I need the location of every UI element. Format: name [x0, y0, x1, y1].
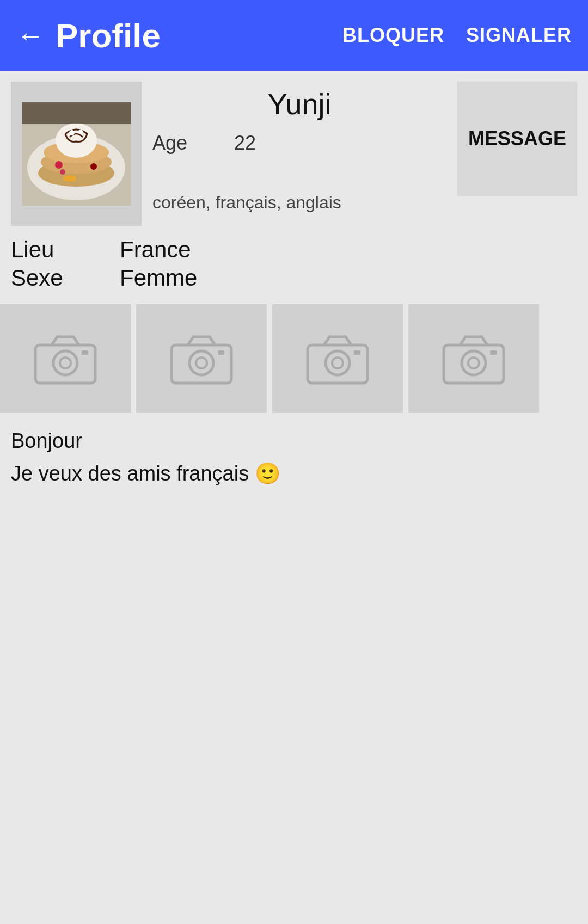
- age-row: Age 22: [152, 132, 446, 155]
- gender-value: Femme: [120, 265, 197, 291]
- svg-point-26: [462, 351, 486, 375]
- svg-point-23: [332, 358, 343, 368]
- page-title: Profile: [56, 16, 321, 55]
- languages: coréen, français, anglais: [152, 193, 446, 213]
- location-row: Lieu France: [11, 237, 577, 263]
- svg-point-8: [60, 169, 65, 175]
- profile-info: Yunji Age 22 coréen, français, anglais: [142, 82, 457, 226]
- svg-rect-28: [490, 350, 497, 355]
- photo-slot-2[interactable]: [136, 304, 267, 413]
- svg-point-10: [69, 130, 75, 135]
- info-rows: Lieu France Sexe Femme: [0, 231, 588, 299]
- avatar-container: [11, 82, 142, 226]
- svg-point-7: [90, 163, 97, 170]
- photo-slot-4[interactable]: [408, 304, 539, 413]
- svg-point-6: [55, 161, 63, 169]
- location-value: France: [120, 237, 191, 263]
- block-button[interactable]: BLOQUER: [342, 24, 444, 47]
- age-value: 22: [234, 132, 256, 155]
- avatar: [22, 102, 131, 206]
- svg-point-19: [196, 358, 207, 368]
- svg-rect-16: [82, 350, 88, 355]
- header: ← Profile BLOQUER SIGNALER: [0, 0, 588, 71]
- gender-row: Sexe Femme: [11, 265, 577, 291]
- svg-rect-24: [354, 350, 360, 355]
- gender-label: Sexe: [11, 265, 120, 291]
- svg-point-15: [60, 358, 71, 368]
- report-button[interactable]: SIGNALER: [466, 24, 572, 47]
- bio-line-1: Bonjour: [11, 429, 577, 453]
- svg-point-11: [78, 130, 83, 134]
- photo-gallery: [0, 299, 588, 418]
- photo-slot-1[interactable]: [0, 304, 131, 413]
- username: Yunji: [152, 87, 446, 121]
- svg-point-5: [56, 123, 97, 158]
- svg-point-22: [326, 351, 350, 375]
- svg-point-14: [53, 351, 77, 375]
- svg-point-18: [189, 351, 213, 375]
- svg-point-27: [468, 358, 479, 368]
- profile-section: Yunji Age 22 coréen, français, anglais M…: [0, 71, 588, 231]
- message-button[interactable]: MESSAGE: [457, 82, 577, 196]
- age-label: Age: [152, 132, 234, 155]
- location-label: Lieu: [11, 237, 120, 263]
- bio-section: Bonjour Je veux des amis français 🙂: [0, 418, 588, 505]
- svg-rect-12: [22, 102, 131, 124]
- message-button-label: MESSAGE: [468, 127, 566, 150]
- svg-rect-20: [218, 350, 224, 355]
- bio-line-2: Je veux des amis français 🙂: [11, 461, 577, 485]
- svg-point-9: [63, 175, 76, 182]
- back-button[interactable]: ←: [16, 21, 45, 50]
- photo-slot-3[interactable]: [272, 304, 403, 413]
